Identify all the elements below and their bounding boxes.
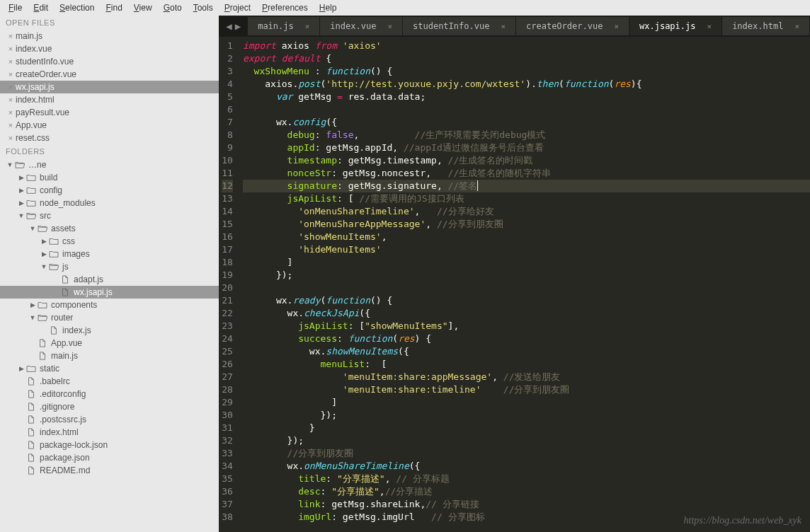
close-icon[interactable]: × (387, 22, 392, 31)
folder-item[interactable]: ▼src (0, 209, 219, 222)
file-item[interactable]: .gitignore (0, 400, 219, 413)
menu-preferences[interactable]: Preferences (256, 1, 314, 14)
code-line[interactable]: wx.ready(function() { (243, 294, 810, 307)
folder-item[interactable]: ▶node_modules (0, 197, 219, 209)
code-line[interactable]: appId: getMsg.appId, //appId通过微信服务号后台查看 (243, 141, 810, 154)
code-line[interactable]: wx.config({ (243, 116, 810, 129)
folder-item[interactable]: ▶components (0, 299, 219, 311)
file-item[interactable]: .babelrc (0, 375, 219, 388)
file-item[interactable]: package-lock.json (0, 439, 219, 451)
file-item[interactable]: package.json (0, 451, 219, 464)
code-line[interactable]: }); (243, 409, 810, 422)
menu-selection[interactable]: Selection (54, 1, 100, 14)
close-icon[interactable]: × (6, 108, 16, 117)
file-item[interactable]: index.js (0, 324, 219, 337)
code-line[interactable]: wx.onMenuShareTimeline({ (243, 460, 810, 473)
open-file-item[interactable]: ×App.vue (0, 119, 219, 132)
file-item[interactable]: .postcssrc.js (0, 413, 219, 426)
code-area[interactable]: 1234567891011121314151617181920212223242… (219, 37, 810, 532)
close-icon[interactable]: × (6, 121, 16, 129)
tab[interactable]: studentInfo.vue× (403, 17, 516, 35)
menu-goto[interactable]: Goto (158, 1, 188, 14)
close-icon[interactable]: × (6, 70, 16, 79)
open-file-item[interactable]: ×studentInfo.vue (0, 55, 219, 68)
expand-icon[interactable]: ▶ (28, 301, 37, 308)
expand-icon[interactable]: ▼ (6, 161, 14, 168)
menu-file[interactable]: File (3, 1, 28, 14)
folder-item[interactable]: ▼…ne (0, 158, 219, 171)
folder-item[interactable]: ▶images (0, 248, 219, 260)
tab[interactable]: wx.jsapi.js× (629, 17, 722, 35)
tab[interactable]: index.vue× (320, 17, 403, 35)
tab[interactable]: main.js× (248, 17, 320, 35)
file-item[interactable]: README.md (0, 464, 219, 477)
file-item[interactable]: main.js (0, 349, 219, 362)
folder-item[interactable]: ▶css (0, 235, 219, 248)
close-icon[interactable]: × (6, 83, 16, 91)
expand-icon[interactable]: ▶ (40, 238, 48, 245)
file-item[interactable]: App.vue (0, 337, 219, 349)
file-item[interactable]: wx.jsapi.js (0, 286, 219, 299)
open-file-item[interactable]: ×wx.jsapi.js (0, 81, 219, 93)
folder-item[interactable]: ▼assets (0, 222, 219, 235)
code-line[interactable]: //分享到朋友圈 (243, 447, 810, 460)
code-line[interactable]: 'menuItem:share:timeline' //分享到朋友圈 (243, 383, 810, 396)
code-line[interactable]: 'hideMenuItems' (243, 243, 810, 256)
expand-icon[interactable]: ▼ (17, 212, 25, 219)
close-icon[interactable]: × (501, 22, 506, 31)
open-file-item[interactable]: ×index.html (0, 93, 219, 106)
expand-icon[interactable]: ▶ (17, 200, 25, 207)
expand-icon[interactable]: ▼ (28, 314, 37, 321)
close-icon[interactable]: × (305, 22, 310, 31)
menu-view[interactable]: View (128, 1, 158, 14)
folder-item[interactable]: ▼js (0, 260, 219, 273)
tab[interactable]: createOrder.vue× (516, 17, 629, 35)
close-icon[interactable]: × (6, 57, 16, 66)
close-icon[interactable]: × (6, 45, 16, 53)
code-line[interactable]: } (243, 422, 810, 434)
code-line[interactable]: }); (243, 269, 810, 282)
code-line[interactable] (243, 103, 810, 116)
code-line[interactable]: signature: getMsg.signature, //签名 (243, 180, 810, 192)
code-line[interactable]: export default { (243, 52, 810, 65)
code-line[interactable]: link: getMsg.shareLink,// 分享链接 (243, 498, 810, 511)
code-line[interactable]: wx.showMenuItems({ (243, 345, 810, 358)
code-line[interactable]: timestamp: getMsg.timestamp, //生成签名的时间戳 (243, 154, 810, 167)
code-line[interactable]: jsApiList: [ //需要调用的JS接口列表 (243, 192, 810, 205)
menu-help[interactable]: Help (314, 1, 343, 14)
code-line[interactable]: nonceStr: getMsg.noncestr, //生成签名的随机字符串 (243, 167, 810, 180)
folder-item[interactable]: ▶config (0, 184, 219, 197)
nav-back-icon[interactable]: ◀ (224, 21, 233, 32)
close-icon[interactable]: × (794, 22, 799, 31)
open-file-item[interactable]: ×createOrder.vue (0, 68, 219, 81)
expand-icon[interactable]: ▼ (40, 263, 48, 270)
code-line[interactable]: 'onMenuShareTimeline', //分享给好友 (243, 205, 810, 218)
open-file-item[interactable]: ×main.js (0, 30, 219, 42)
menu-project[interactable]: Project (219, 1, 256, 14)
nav-forward-icon[interactable]: ▶ (234, 21, 242, 32)
close-icon[interactable]: × (614, 22, 619, 31)
code-line[interactable]: wxShowMenu : function() { (243, 65, 810, 78)
code-line[interactable]: ] (243, 256, 810, 269)
code-line[interactable] (243, 282, 810, 294)
code-line[interactable]: 'menuItem:share:appMessage', //发送给朋友 (243, 371, 810, 383)
code-line[interactable]: wx.checkJsApi({ (243, 307, 810, 320)
folder-item[interactable]: ▶static (0, 362, 219, 375)
code-line[interactable]: jsApiList: ["showMenuItems"], (243, 320, 810, 332)
code-line[interactable]: success: function(res) { (243, 332, 810, 345)
open-file-item[interactable]: ×reset.css (0, 132, 219, 144)
folder-item[interactable]: ▶build (0, 171, 219, 184)
expand-icon[interactable]: ▶ (17, 174, 25, 181)
menu-edit[interactable]: Edit (28, 1, 54, 14)
code-line[interactable]: menuList: [ (243, 358, 810, 371)
expand-icon[interactable]: ▶ (17, 365, 25, 372)
close-icon[interactable]: × (707, 22, 712, 31)
code-line[interactable]: debug: false, //生产环境需要关闭debug模式 (243, 129, 810, 141)
code-content[interactable]: import axios from 'axios'export default … (243, 37, 810, 532)
code-line[interactable]: 'onMenuShareAppMessage', //分享到朋友圈 (243, 218, 810, 231)
code-line[interactable]: var getMsg = res.data.data; (243, 91, 810, 103)
code-line[interactable]: title: "分享描述", // 分享标题 (243, 473, 810, 485)
open-file-item[interactable]: ×index.vue (0, 42, 219, 55)
expand-icon[interactable]: ▶ (17, 187, 25, 194)
code-line[interactable]: 'showMenuItems', (243, 231, 810, 243)
